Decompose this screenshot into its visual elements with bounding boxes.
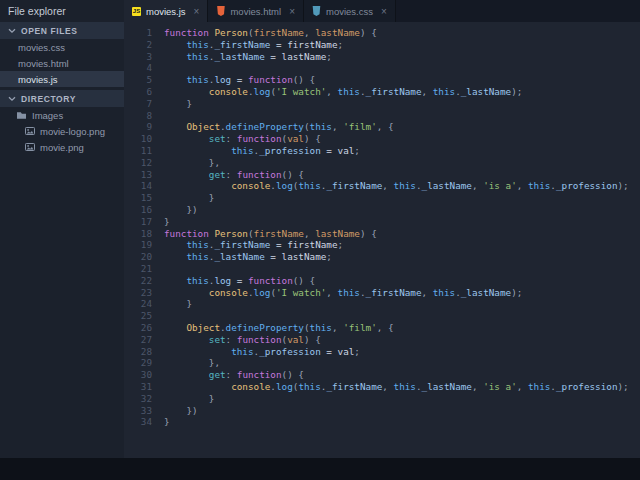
line-content: function Person(firstName, lastName) { [164,228,377,240]
line-number: 9 [124,121,164,133]
item-label: Images [32,110,63,121]
tree-item-movie-png[interactable]: movie.png [0,139,124,155]
code-line[interactable]: 18function Person(firstName, lastName) { [124,228,640,240]
code-line[interactable]: 24 } [124,298,640,310]
line-content: console.log('I watch', this._firstName, … [164,287,522,299]
chevron-down-icon [8,28,16,34]
file-explorer-sidebar: File explorer OPEN FILESmovies.cssmovies… [0,0,124,458]
line-number: 27 [124,334,164,346]
item-label: movies.css [18,42,65,53]
code-line[interactable]: 17} [124,216,640,228]
editor-pane: JSmovies.js×movies.html×movies.css× 1fun… [124,0,640,458]
line-number: 30 [124,369,164,381]
code-line[interactable]: 13 get: function() { [124,169,640,181]
line-number: 17 [124,216,164,228]
line-content: function Person(firstName, lastName) { [164,27,377,39]
line-content: this._profession = val; [164,346,360,358]
line-content: }, [164,157,220,169]
code-line[interactable]: 12 }, [124,157,640,169]
line-number: 20 [124,251,164,263]
image-icon [25,127,35,135]
close-tab-icon[interactable]: × [194,6,200,17]
section-header-open-files[interactable]: OPEN FILES [0,22,124,39]
code-line[interactable]: 22 this.log = function() { [124,275,640,287]
line-number: 31 [124,381,164,393]
code-line[interactable]: 3 this._lastName = lastName; [124,51,640,63]
line-number: 5 [124,74,164,86]
code-editor[interactable]: 1function Person(firstName, lastName) {2… [124,22,640,458]
code-line[interactable]: 23 console.log('I watch', this._firstNam… [124,287,640,299]
line-content: console.log('I watch', this._firstName, … [164,86,522,98]
code-line[interactable]: 5 this.log = function() { [124,74,640,86]
line-number: 10 [124,133,164,145]
code-line[interactable]: 20 this._lastName = lastName; [124,251,640,263]
code-line[interactable]: 28 this._profession = val; [124,346,640,358]
line-content: console.log(this._firstName, this._lastN… [164,180,629,192]
tab-movies-css[interactable]: movies.css× [304,0,396,22]
line-content: } [164,416,170,428]
sidebar-sections: OPEN FILESmovies.cssmovies.htmlmovies.js… [0,22,124,155]
line-content: } [164,216,170,228]
code-line[interactable]: 14 console.log(this._firstName, this._la… [124,180,640,192]
line-content: get: function() { [164,369,304,381]
chevron-down-icon [8,96,16,102]
bottom-panel [0,458,640,480]
code-line[interactable]: 15 } [124,192,640,204]
code-line[interactable]: 27 set: function(val) { [124,334,640,346]
code-line[interactable]: 30 get: function() { [124,369,640,381]
open-file-movies-js[interactable]: movies.js [0,71,124,87]
code-line[interactable]: 11 this._profession = val; [124,145,640,157]
code-line[interactable]: 8 [124,110,640,122]
code-line[interactable]: 29 }, [124,357,640,369]
line-content: this._profession = val; [164,145,360,157]
tab-movies-js[interactable]: JSmovies.js× [124,0,208,22]
section-header-directory[interactable]: DIRECTORY [0,90,124,107]
code-line[interactable]: 2 this._firstName = firstName; [124,39,640,51]
line-number: 22 [124,275,164,287]
code-line[interactable]: 26 Object.defineProperty(this, 'film', { [124,322,640,334]
tree-item-images[interactable]: Images [0,107,124,123]
code-line[interactable]: 4 [124,62,640,74]
code-line[interactable]: 19 this._firstName = firstName; [124,239,640,251]
code-line[interactable]: 32 } [124,393,640,405]
line-content: set: function(val) { [164,334,321,346]
code-line[interactable]: 16 }) [124,204,640,216]
code-line[interactable]: 9 Object.defineProperty(this, 'film', { [124,121,640,133]
close-tab-icon[interactable]: × [289,6,295,17]
code-line[interactable]: 7 } [124,98,640,110]
line-number: 26 [124,322,164,334]
line-content: Object.defineProperty(this, 'film', { [164,121,394,133]
line-number: 12 [124,157,164,169]
line-content: get: function() { [164,169,304,181]
tab-movies-html[interactable]: movies.html× [208,0,304,22]
open-file-movies-css[interactable]: movies.css [0,39,124,55]
line-number: 23 [124,287,164,299]
line-number: 19 [124,239,164,251]
tab-label: movies.html [230,6,281,17]
section-label: OPEN FILES [21,26,78,36]
code-line[interactable]: 21 [124,263,640,275]
line-content: this.log = function() { [164,275,315,287]
line-content: this._lastName = lastName; [164,51,332,63]
close-tab-icon[interactable]: × [381,6,387,17]
tab-label: movies.js [146,6,186,17]
code-line[interactable]: 34} [124,416,640,428]
open-file-movies-html[interactable]: movies.html [0,55,124,71]
code-editor-app: File explorer OPEN FILESmovies.cssmovies… [0,0,640,480]
tree-item-movie-logo-png[interactable]: movie-logo.png [0,123,124,139]
tab-bar: JSmovies.js×movies.html×movies.css× [124,0,640,22]
code-line[interactable]: 1function Person(firstName, lastName) { [124,27,640,39]
line-number: 32 [124,393,164,405]
code-line[interactable]: 31 console.log(this._firstName, this._la… [124,381,640,393]
line-content: this._lastName = lastName; [164,251,332,263]
line-content: this._firstName = firstName; [164,39,343,51]
line-content: } [164,98,192,110]
code-line[interactable]: 25 [124,310,640,322]
line-content: this._firstName = firstName; [164,239,343,251]
line-number: 13 [124,169,164,181]
code-line[interactable]: 6 console.log('I watch', this._firstName… [124,86,640,98]
file-explorer-title: File explorer [0,0,124,22]
code-line[interactable]: 33 }) [124,405,640,417]
line-number: 34 [124,416,164,428]
code-line[interactable]: 10 set: function(val) { [124,133,640,145]
